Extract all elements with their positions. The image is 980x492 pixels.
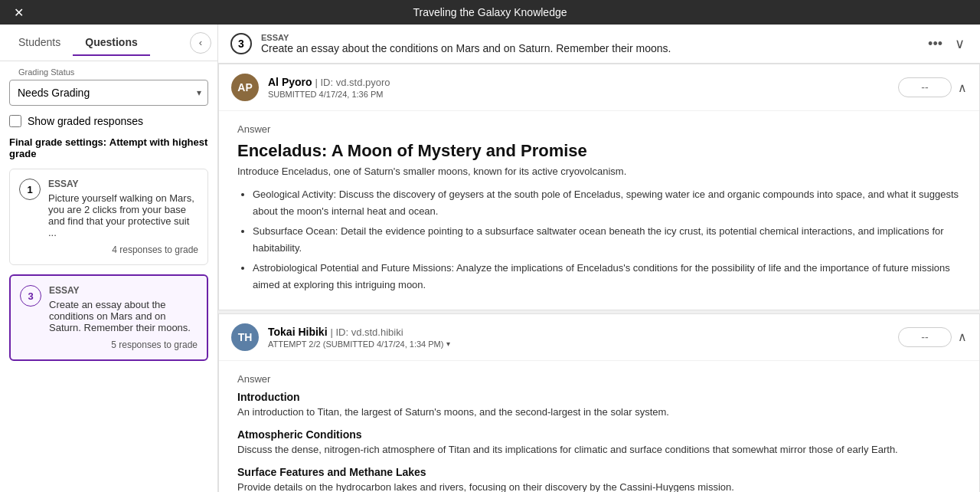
content-area: 3 ESSAY Create an essay about the condit…: [218, 25, 980, 492]
section-text-0: An introduction to Titan, the largest of…: [237, 406, 961, 418]
student-status-tokai-hibiki: ATTEMPT 2/2 (SUBMITTED 4/17/24, 1:34 PM)…: [268, 339, 889, 349]
sidebar: Students Questions ‹ Grading Status Need…: [0, 25, 218, 492]
grade-input-al-pyoro[interactable]: [898, 77, 952, 97]
main-layout: Students Questions ‹ Grading Status Need…: [0, 25, 980, 492]
nav-back-button[interactable]: ‹: [190, 32, 211, 54]
q-header-number: 3: [230, 33, 252, 54]
question-3-number: 3: [20, 285, 41, 307]
grade-input-wrapper-tokai-hibiki: ∧: [898, 327, 967, 347]
question-1-type: ESSAY: [48, 179, 198, 189]
attempt-dropdown-arrow: ▾: [446, 339, 450, 348]
grading-status-select[interactable]: Needs Grading ▾: [9, 80, 208, 106]
student-status-al-pyoro: SUBMITTED 4/17/24, 1:36 PM: [268, 90, 889, 99]
question-3-type: ESSAY: [49, 285, 198, 296]
answer-label-al-pyoro: Answer: [237, 123, 961, 135]
grading-status-wrapper: Grading Status Needs Grading ▾: [9, 74, 208, 106]
student-name-tokai-hibiki: Tokai Hibiki: [268, 326, 328, 338]
question-3-responses: 5 responses to grade: [20, 339, 198, 350]
student-info-al-pyoro: Al Pyoro | ID: vd.std.pyoro SUBMITTED 4/…: [268, 76, 889, 99]
app-title: Traveling the Galaxy Knowledge: [413, 6, 567, 18]
show-graded-checkbox-row[interactable]: Show graded responses: [9, 115, 208, 127]
question-1-responses: 4 responses to grade: [19, 244, 198, 255]
q-header-actions: ••• ∨: [925, 32, 968, 55]
section-title-1: Atmospheric Conditions: [237, 428, 961, 441]
question-card-1[interactable]: 1 ESSAY Picture yourself walking on Mars…: [9, 169, 208, 265]
question-1-text: Picture yourself walking on Mars, you ar…: [48, 192, 198, 238]
essay-title-al-pyoro: Enceladus: A Moon of Mystery and Promise: [237, 141, 961, 161]
student-info-tokai-hibiki: Tokai Hibiki | ID: vd.std.hibiki ATTEMPT…: [268, 326, 889, 349]
tabs-bar: Students Questions ‹: [0, 25, 217, 61]
question-3-text: Create an essay about the conditions on …: [49, 299, 198, 333]
response-card-tokai-hibiki-header: TH Tokai Hibiki | ID: vd.std.hibiki ATTE…: [219, 314, 979, 361]
tab-questions[interactable]: Questions: [73, 30, 149, 56]
more-options-button[interactable]: •••: [925, 33, 946, 55]
tab-students[interactable]: Students: [6, 30, 73, 56]
section-title-0: Introduction: [237, 391, 961, 403]
collapse-question-button[interactable]: ∨: [952, 32, 968, 55]
responses-area: AP Al Pyoro | ID: vd.std.pyoro SUBMITTED…: [218, 64, 980, 492]
bullet-0: Geological Activity: Discuss the discove…: [253, 186, 961, 220]
select-arrow-icon: ▾: [197, 87, 201, 98]
section-title-2: Surface Features and Methane Lakes: [237, 466, 961, 478]
attempt-dropdown[interactable]: ATTEMPT 2/2 (SUBMITTED 4/17/24, 1:34 PM)…: [268, 339, 450, 349]
essay-intro-al-pyoro: Introduce Enceladus, one of Saturn's sma…: [237, 166, 961, 177]
sidebar-body: Grading Status Needs Grading ▾ Show grad…: [0, 61, 217, 492]
student-name-al-pyoro: Al Pyoro: [268, 76, 312, 88]
close-button[interactable]: ✕: [9, 3, 28, 21]
q-header-desc: Create an essay about the conditions on …: [261, 42, 916, 54]
final-grade-prefix: Final grade settings:: [9, 136, 106, 148]
collapse-tokai-hibiki-button[interactable]: ∧: [958, 330, 967, 344]
student-id-al-pyoro: | ID: vd.std.pyoro: [315, 77, 390, 88]
final-grade-row: Final grade settings: Attempt with highe…: [9, 136, 208, 159]
show-graded-label: Show graded responses: [28, 115, 143, 127]
response-body-tokai-hibiki: Answer Introduction An introduction to T…: [219, 361, 979, 492]
sections-tokai-hibiki: Introduction An introduction to Titan, t…: [237, 391, 961, 492]
response-card-al-pyoro-header: AP Al Pyoro | ID: vd.std.pyoro SUBMITTED…: [219, 64, 979, 111]
student-id-tokai-hibiki: | ID: vd.std.hibiki: [330, 326, 403, 338]
section-text-2: Provide details on the hydrocarbon lakes…: [237, 481, 961, 492]
q-header-text: ESSAY Create an essay about the conditio…: [261, 33, 916, 54]
response-body-al-pyoro: Answer Enceladus: A Moon of Mystery and …: [219, 111, 979, 310]
q-header-type: ESSAY: [261, 33, 916, 42]
avatar-al-pyoro: AP: [231, 74, 259, 101]
essay-bullets-al-pyoro: Geological Activity: Discuss the discove…: [237, 186, 961, 294]
grading-status-value: Needs Grading: [18, 87, 90, 99]
collapse-al-pyoro-button[interactable]: ∧: [958, 80, 967, 95]
bullet-2: Astrobiological Potential and Future Mis…: [253, 260, 961, 294]
question-header: 3 ESSAY Create an essay about the condit…: [218, 25, 980, 64]
grading-status-label: Grading Status: [15, 67, 77, 77]
section-text-1: Discuss the dense, nitrogen-rich atmosph…: [237, 444, 961, 455]
avatar-tokai-hibiki: TH: [231, 323, 259, 351]
response-card-al-pyoro: AP Al Pyoro | ID: vd.std.pyoro SUBMITTED…: [218, 64, 980, 310]
answer-label-tokai-hibiki: Answer: [237, 373, 961, 385]
bullet-1: Subsurface Ocean: Detail the evidence po…: [253, 223, 961, 257]
question-1-number: 1: [19, 179, 41, 200]
top-bar: ✕ Traveling the Galaxy Knowledge: [0, 0, 980, 25]
response-card-tokai-hibiki: TH Tokai Hibiki | ID: vd.std.hibiki ATTE…: [218, 313, 980, 492]
question-card-3[interactable]: 3 ESSAY Create an essay about the condit…: [9, 274, 208, 361]
question-card-3-header: 3 ESSAY Create an essay about the condit…: [20, 285, 198, 333]
question-card-1-header: 1 ESSAY Picture yourself walking on Mars…: [19, 179, 198, 238]
grade-input-wrapper-al-pyoro: ∧: [898, 77, 967, 97]
grade-input-tokai-hibiki[interactable]: [898, 327, 952, 347]
show-graded-checkbox[interactable]: [9, 115, 21, 127]
